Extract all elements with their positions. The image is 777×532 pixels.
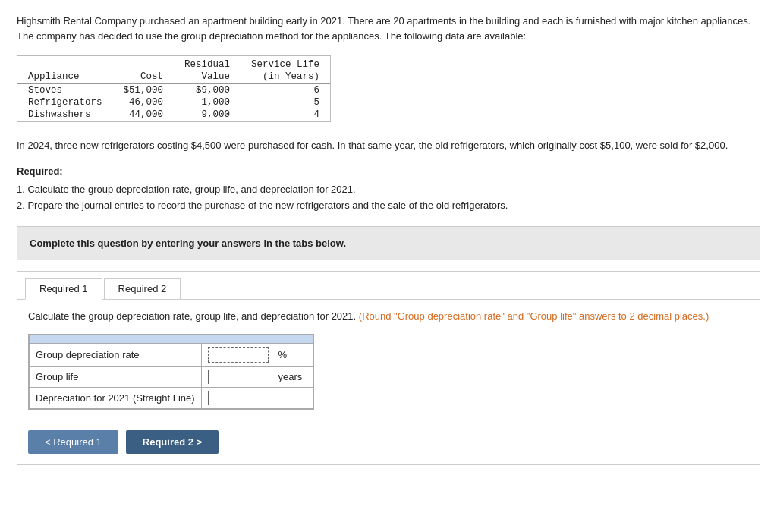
answer-input-cell[interactable] xyxy=(201,344,275,367)
answer-label: Group depreciation rate xyxy=(30,344,202,367)
required-item: 1. Calculate the group depreciation rate… xyxy=(17,182,760,198)
appliance-life: 6 xyxy=(241,84,330,97)
appliance-residual: $9,000 xyxy=(174,84,241,97)
col-header-empty2 xyxy=(113,56,175,70)
answer-input-cell[interactable] xyxy=(201,388,275,409)
answer-row: Group life years xyxy=(30,367,313,388)
appliance-residual: 1,000 xyxy=(174,96,241,109)
nav-buttons: < Required 1 Required 2 > xyxy=(28,430,749,454)
appliance-table: Residual Service Life Appliance Cost Val… xyxy=(17,56,330,121)
required-header: Required: xyxy=(17,164,760,180)
appliance-name: Dishwashers xyxy=(17,109,113,121)
answer-label: Depreciation for 2021 (Straight Line) xyxy=(30,388,202,409)
answer-unit: years xyxy=(275,367,313,388)
tab1-instruction-normal: Calculate the group depreciation rate, g… xyxy=(28,310,359,322)
answer-row: Group depreciation rate % xyxy=(30,344,313,367)
answer-table-header xyxy=(30,335,313,344)
complete-box-text: Complete this question by entering your … xyxy=(30,238,346,249)
required-item: 2. Prepare the journal entries to record… xyxy=(17,198,760,214)
tab1-instruction-orange: (Round "Group depreciation rate" and "Gr… xyxy=(359,310,709,322)
answer-table: Group depreciation rate % Group life yea… xyxy=(29,335,313,409)
appliance-row: Stoves $51,000 $9,000 6 xyxy=(17,84,330,97)
appliance-life: 4 xyxy=(241,109,330,121)
col-header-appliance: Appliance xyxy=(17,70,113,84)
prev-button[interactable]: < Required 1 xyxy=(28,430,118,454)
tab-required1[interactable]: Required 1 xyxy=(25,278,102,300)
col-header-service: Service Life xyxy=(241,56,330,70)
next-button[interactable]: Required 2 > xyxy=(126,430,219,454)
appliance-table-container: Residual Service Life Appliance Cost Val… xyxy=(17,55,331,122)
appliance-residual: 9,000 xyxy=(174,109,241,121)
answer-input-1[interactable] xyxy=(208,370,269,384)
col-header-cost: Cost xyxy=(113,70,175,84)
answer-input-0[interactable] xyxy=(208,347,269,363)
appliance-cost: 44,000 xyxy=(113,109,175,121)
appliance-row: Refrigerators 46,000 1,000 5 xyxy=(17,96,330,109)
tabs-container: Required 1 Required 2 Calculate the grou… xyxy=(17,271,760,466)
answer-table-container: Group depreciation rate % Group life yea… xyxy=(28,334,314,410)
complete-box: Complete this question by entering your … xyxy=(17,226,760,260)
appliance-name: Stoves xyxy=(17,84,113,97)
tab-required2[interactable]: Required 2 xyxy=(104,278,181,299)
col-header-value: Value xyxy=(174,70,241,84)
appliance-cost: $51,000 xyxy=(113,84,175,97)
tab1-content: Calculate the group depreciation rate, g… xyxy=(17,300,760,465)
col-header-residual: Residual xyxy=(174,56,241,70)
appliance-row: Dishwashers 44,000 9,000 4 xyxy=(17,109,330,121)
intro-text: Highsmith Rental Company purchased an ap… xyxy=(17,14,760,43)
answer-unit: % xyxy=(275,344,313,367)
tab1-instruction: Calculate the group depreciation rate, g… xyxy=(28,309,749,324)
appliance-name: Refrigerators xyxy=(17,96,113,109)
answer-label: Group life xyxy=(30,367,202,388)
required-section: Required: 1. Calculate the group depreci… xyxy=(17,164,760,214)
scenario-text: In 2024, three new refrigerators costing… xyxy=(17,138,760,153)
col-header-years: (in Years) xyxy=(241,70,330,84)
col-header-empty xyxy=(17,56,113,70)
answer-row: Depreciation for 2021 (Straight Line) xyxy=(30,388,313,409)
appliance-life: 5 xyxy=(241,96,330,109)
answer-input-cell[interactable] xyxy=(201,367,275,388)
answer-unit xyxy=(275,388,313,409)
answer-input-2[interactable] xyxy=(208,391,269,405)
tabs-header: Required 1 Required 2 xyxy=(17,272,760,300)
appliance-cost: 46,000 xyxy=(113,96,175,109)
